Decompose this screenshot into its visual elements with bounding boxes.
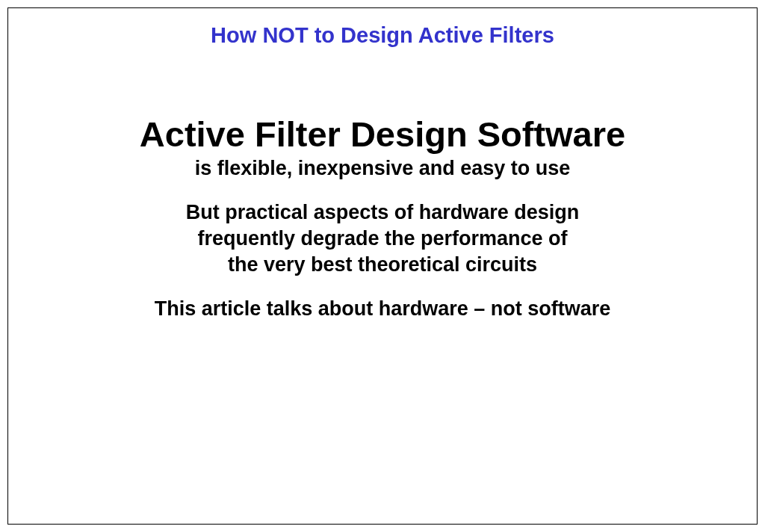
body-paragraph: But practical aspects of hardware design… bbox=[8, 200, 757, 278]
body-line-3: the very best theoretical circuits bbox=[228, 253, 537, 276]
slide-header-title: How NOT to Design Active Filters bbox=[8, 23, 757, 48]
closing-statement: This article talks about hardware – not … bbox=[8, 297, 757, 321]
main-heading: Active Filter Design Software bbox=[8, 115, 757, 154]
body-line-1: But practical aspects of hardware design bbox=[186, 201, 580, 223]
subtitle-text: is flexible, inexpensive and easy to use bbox=[8, 157, 757, 180]
body-line-2: frequently degrade the performance of bbox=[197, 227, 567, 250]
slide-frame: How NOT to Design Active Filters Active … bbox=[7, 7, 758, 525]
